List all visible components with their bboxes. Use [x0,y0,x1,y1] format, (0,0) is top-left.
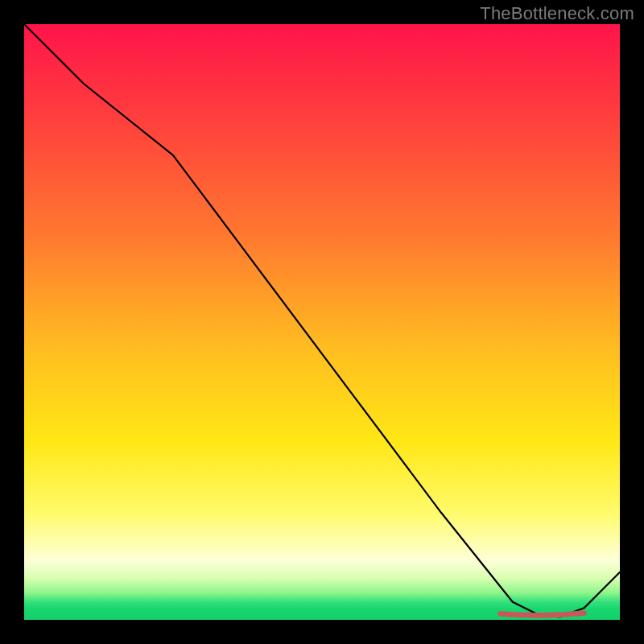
plot-area [24,24,620,620]
bottleneck-curve [24,24,620,617]
chart-frame: TheBottleneck.com [0,0,644,644]
chart-svg [24,24,620,620]
plateau-marker-body [501,613,584,616]
watermark-text: TheBottleneck.com [480,3,634,24]
